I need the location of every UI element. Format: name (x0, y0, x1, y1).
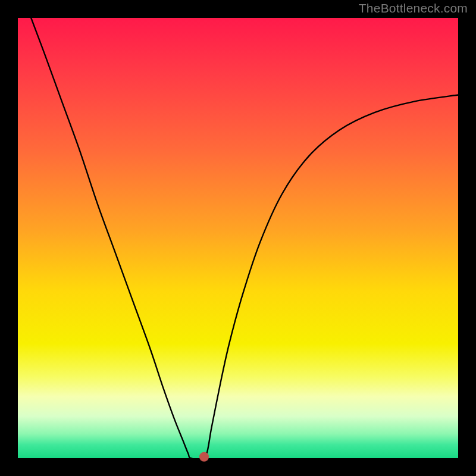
watermark-text: TheBottleneck.com (359, 1, 468, 15)
optimum-marker (199, 452, 209, 462)
chart-frame: TheBottleneck.com (0, 0, 476, 476)
plot-background (18, 18, 458, 458)
bottleneck-chart (0, 0, 476, 476)
